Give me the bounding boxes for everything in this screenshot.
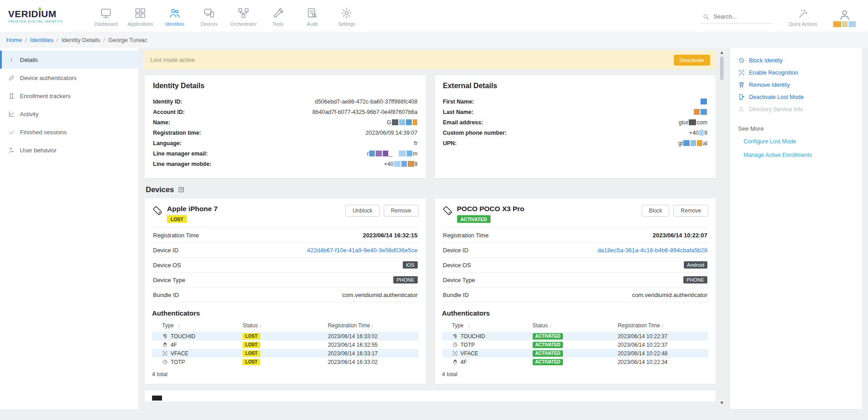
user-menu[interactable] [833, 9, 856, 27]
auth-status-badge: ACTIVATED [533, 333, 563, 340]
quick-actions-icon [798, 9, 808, 19]
device-id-link[interactable]: da18ec5a-361a-4c16-b4b6-894cbafa5b28 [597, 247, 707, 254]
detail-value: d506ebd7-ae86-472c-ba60-37ff988fc408 [315, 99, 417, 105]
device-name: Apple iPhone 7 [167, 205, 218, 213]
detail-value-redacted: gtal [678, 140, 707, 146]
detail-label: Line manager email: [153, 151, 208, 157]
auth-registration-time: 2023/06/14 10:22:37 [618, 333, 708, 340]
auth-registration-time: 2023/06/14 16:33:17 [328, 350, 418, 357]
redacted-block [849, 21, 856, 27]
nav-item-identities[interactable]: Identities [157, 5, 192, 27]
scrollbar-thumb[interactable] [720, 57, 724, 80]
veridium-logo[interactable]: VERIDIUM TRUSTED DIGITAL IDENTITY [8, 9, 76, 23]
device-name: POCO POCO X3 Pro [457, 205, 525, 213]
sidebar-item-finished-sessions[interactable]: Finished sessions [0, 123, 138, 141]
phone-device-icon [442, 205, 453, 216]
tracker-icon [8, 93, 15, 99]
action-deactivate-lost-mode[interactable]: Deactivate Lost Mode [738, 91, 854, 103]
sort-icon: ↕ [178, 323, 180, 328]
action-block-identity[interactable]: Block Identity [738, 54, 854, 66]
action-label: Block Identity [749, 57, 782, 64]
device-row: Device IDda18ec5a-361a-4c16-b4b6-894cbaf… [442, 243, 709, 258]
breadcrumb-item-identities[interactable]: Identities [30, 37, 53, 43]
redacted-block [369, 151, 375, 156]
main-nav: DashboardApplicationsIdentitiesDevicesOr… [89, 5, 364, 27]
bundle-id-value: com.veridiumid.authenticator [632, 292, 707, 298]
device-type-badge: PHONE [393, 276, 417, 283]
next-section-partial [145, 391, 715, 401]
nav-item-tools[interactable]: Tools [261, 5, 295, 27]
auth-row: TOTPACTIVATED2023/06/14 10:22:37 [442, 340, 709, 349]
detail-row: Registration time:2023/06/09 14:39:07 [153, 127, 418, 138]
unblock-button[interactable]: Unblock [345, 205, 379, 217]
breadcrumb-item-home[interactable]: Home [6, 37, 22, 43]
nav-item-devices[interactable]: Devices [192, 5, 226, 27]
sort-type-header[interactable]: Type↕ [442, 322, 533, 329]
detail-value-redacted: G [387, 119, 418, 126]
remove-button[interactable]: Remove [673, 205, 708, 217]
sort-time-header[interactable]: Registration Time↕ [618, 322, 708, 329]
content-scrollbar[interactable]: ▲ ▼ [718, 48, 725, 405]
remove-button[interactable]: Remove [384, 205, 419, 217]
scroll-up-arrow[interactable]: ▲ [720, 50, 724, 55]
fingerprint-icon [452, 333, 458, 339]
device-row: Device OSAndroid [442, 258, 709, 273]
nav-item-label: Orchestrator [230, 21, 257, 27]
sidebar-item-device-authenticators[interactable]: Device authenticators [0, 69, 138, 87]
redacted-username [833, 21, 856, 27]
nav-item-orchestrator[interactable]: Orchestrator [226, 5, 261, 27]
device-row: Bundle IDcom.veridiumid.authenticator [152, 288, 419, 302]
action-remove-identity[interactable]: Remove Identity [738, 79, 854, 91]
link-manage-active-enrollments[interactable]: Manage Active Enrollments [738, 148, 854, 162]
nav-item-settings[interactable]: Settings [329, 5, 364, 27]
external-details-card: External Details First Name:Last Name:Em… [435, 76, 716, 178]
redacted-block [383, 151, 388, 156]
auth-registration-time: 2023/06/14 16:33:02 [328, 333, 418, 340]
link-configure-lost-mode[interactable]: Configure Lost Mode [738, 135, 854, 148]
totp-icon [452, 342, 458, 348]
bundle-id-value: com.veridiumid.authenticator [342, 292, 417, 298]
nav-item-label: Tools [272, 21, 284, 27]
redacted-block [399, 151, 406, 156]
detail-row: Line manager mobile:+409 [153, 159, 418, 169]
nav-item-label: Audit [307, 21, 318, 27]
action-enable-recognition[interactable]: Enable Recognition [738, 66, 854, 79]
nav-item-dashboard[interactable]: Dashboard [89, 5, 123, 27]
block-button[interactable]: Block [642, 205, 669, 217]
nav-item-audit[interactable]: Audit [295, 5, 329, 27]
sort-type-header[interactable]: Type↕ [152, 322, 243, 329]
devices-row: Apple iPhone 7LOSTUnblockRemoveRegistrat… [145, 198, 715, 384]
devices-expand-icon[interactable] [178, 186, 185, 193]
deactivate-button[interactable]: Deactivate [674, 55, 710, 66]
device-id-link[interactable]: 422d4b67-f10e-41a9-9e40-3e56d036e5ce [307, 247, 417, 254]
sort-status-header[interactable]: Status↕ [243, 322, 328, 329]
block-icon [738, 57, 745, 64]
auth-status-badge: ACTIVATED [533, 359, 563, 365]
hand-icon [162, 342, 168, 348]
check-icon [8, 129, 15, 136]
sidebar-item-enrollment-trackers[interactable]: Enrollment trackers [0, 87, 138, 105]
device-row: Device ID422d4b67-f10e-41a9-9e40-3e56d03… [152, 243, 419, 258]
auth-type-label: TOUCHID [461, 333, 485, 340]
phone-device-icon [152, 205, 163, 216]
sidebar-item-user-behavior[interactable]: User behavior [0, 141, 138, 159]
sort-time-header[interactable]: Registration Time↕ [328, 322, 418, 329]
search-input[interactable] [713, 13, 765, 20]
detail-row: Email address:gturcom [443, 117, 708, 127]
nav-item-applications[interactable]: Applications [123, 5, 157, 27]
sidebar-item-details[interactable]: Details [0, 51, 138, 69]
clipped-section-title [152, 396, 162, 401]
scroll-down-arrow[interactable]: ▼ [720, 401, 724, 405]
sort-status-header[interactable]: Status↕ [533, 322, 618, 329]
sidebar-item-label: Enrollment trackers [20, 93, 71, 99]
breadcrumb-separator: / [25, 37, 27, 43]
auth-row: 4FLOST2023/06/14 16:32:55 [152, 340, 419, 349]
quick-actions-button[interactable]: Quick Actions [788, 9, 817, 27]
search-icon[interactable] [702, 13, 710, 20]
authenticators-title: Authenticators [442, 309, 709, 317]
auth-total: 4 total [152, 371, 419, 378]
sidebar-item-label: User behavior [20, 147, 57, 154]
sidebar-item-activity[interactable]: Activity [0, 105, 138, 123]
fingerprint-icon [162, 333, 168, 339]
sort-icon: ↕ [372, 323, 374, 328]
